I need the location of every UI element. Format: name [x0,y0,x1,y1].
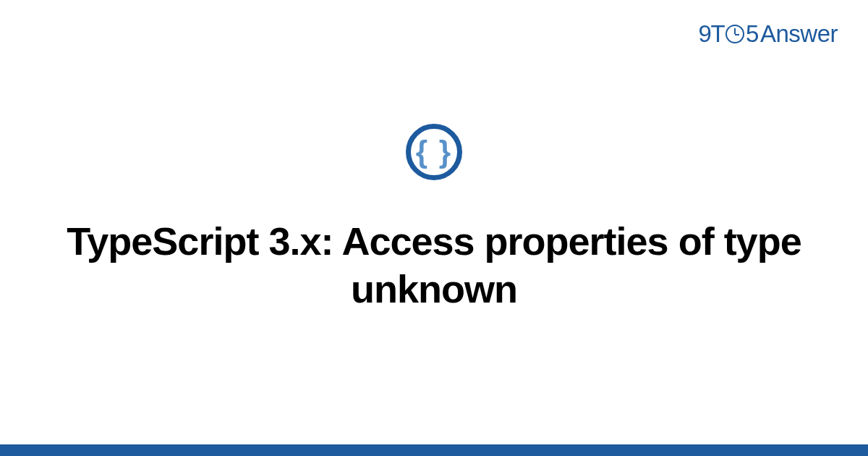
logo-t: T [710,20,725,48]
main-content: { } TypeScript 3.x: Access properties of… [0,124,868,313]
footer-accent-bar [0,444,868,456]
code-category-icon: { } [406,124,462,180]
site-logo: 9 T 5 Answer [699,20,838,48]
braces-icon: { } [416,137,452,167]
logo-nine: 9 [699,20,712,48]
logo-answer: Answer [760,20,838,48]
clock-icon [726,25,744,43]
page-title: TypeScript 3.x: Access properties of typ… [0,218,868,313]
logo-five: 5 [746,20,759,48]
